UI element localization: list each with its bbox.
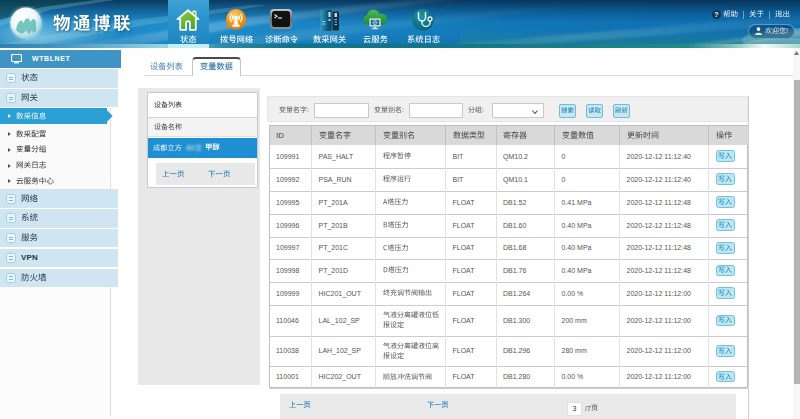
svg-text:?: ? [714, 11, 718, 18]
